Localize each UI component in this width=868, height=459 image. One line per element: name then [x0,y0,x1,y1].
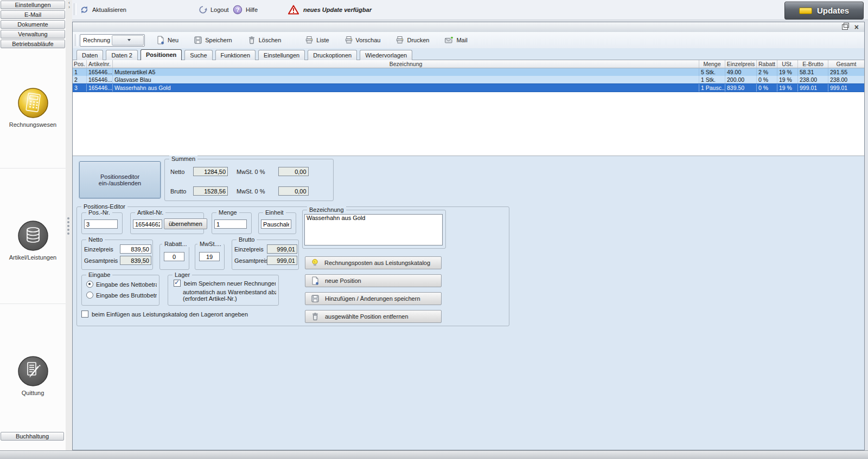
tab-wiedervorlagen[interactable]: Wiedervorlagen [360,50,412,60]
mail-button[interactable]: Mail [441,34,471,47]
col-ust[interactable]: USt. [777,60,798,68]
toggle-position-editor-button[interactable]: Positionseditor ein-/ausblenden [79,161,161,198]
netto-einzelpreis-field[interactable] [120,244,151,254]
brutto-total-field[interactable] [193,186,228,196]
action-label: Rechnungsposten aus Leistungskatalog [324,260,430,266]
help-button[interactable]: ? Hilfe [233,3,258,16]
tab-positionen[interactable]: Positionen [141,49,182,60]
sidebar-item-einstellungen[interactable]: Einstellungen [1,1,65,9]
tab-druckoptionen[interactable]: Druckoptionen [308,50,357,60]
tab-funktionen[interactable]: Funktionen [215,50,256,60]
logout-label: Logout [210,7,229,13]
sidebar-item-buchhaltung[interactable]: Buchhaltung [1,432,64,441]
hinzufuegen-speichern-button[interactable]: Hinzufügen / Änderungen speichern [305,292,442,305]
brutto-einzelpreis-field[interactable] [267,244,297,254]
pos-nr-field[interactable] [84,219,118,229]
col-einzelpreis[interactable]: Einzelpreis [725,60,757,68]
rechnungsposten-katalog-button[interactable]: Rechnungsposten aus Leistungskatalog [305,256,442,269]
brutto-label: Brutto [170,188,189,195]
brutto-group: Brutto Einzelpreis Gesamtpreis [232,240,299,270]
list-label: Liste [316,37,329,43]
mwst0-total-field[interactable] [278,167,309,176]
pos-nr-label: Pos.-Nr. [86,209,112,216]
splitter-collapse-icons[interactable]: ‹ › [67,1,72,9]
chevron-right-icon[interactable]: › [67,5,72,9]
warning-icon [288,5,299,15]
printer-icon [344,36,353,44]
database-icon [17,219,49,252]
rabatt-group-label: Rabatt... [162,241,189,247]
mwst0b-total-field[interactable] [278,186,309,196]
uebernehmen-button[interactable]: übernehmen [164,218,207,229]
svg-text:?: ? [236,7,240,13]
artikel-nr-field[interactable] [133,219,162,229]
logout-button[interactable]: Logout [199,3,229,16]
tab-daten[interactable]: Daten [76,50,103,60]
position-entfernen-button[interactable]: ausgewählte Position entfernen [305,310,442,323]
refresh-button[interactable]: Aktualisieren [80,3,126,16]
table-row[interactable]: 1 165446... Musterartikel A5 5 Stk. 49.0… [73,68,864,76]
sidebar-item-quittung[interactable]: Quittung [0,355,66,396]
mail-icon [444,36,454,44]
updates-button[interactable]: Updates [784,2,864,20]
col-artikelnr[interactable]: Artikelnr. [87,60,113,68]
sidebar-item-email[interactable]: E-Mail [1,10,65,19]
lager-checkbox[interactable]: beim Speichern neuer Rechnungen Arti [174,280,276,287]
delete-button[interactable]: Löschen [244,34,285,47]
printer-icon [305,36,314,44]
sidebar-item-dokumente[interactable]: Dokumente [1,20,65,29]
rabatt-field[interactable] [164,252,184,261]
artikel-nr-group: Artikel-Nr. übernehmen [130,212,204,234]
netto-total-field[interactable] [193,167,228,176]
window-titlebar: × [73,22,864,33]
document-type-select[interactable]: Rechnung [80,34,145,47]
brutto-gesamtpreis-field[interactable] [267,256,297,265]
sidebar-splitter[interactable]: ‹ › [66,0,72,450]
sidebar-item-rechnungswesen[interactable]: Rechnungswesen [0,87,66,128]
mwst-field[interactable] [199,252,220,261]
col-pos[interactable]: Pos. [73,60,87,68]
new-button[interactable]: Neu [152,34,182,47]
brutto-group-label: Brutto [237,236,257,243]
left-sidebar: Einstellungen E-Mail Dokumente Verwaltun… [0,0,66,450]
col-menge[interactable]: Menge [699,60,725,68]
tab-daten-2[interactable]: Daten 2 [106,50,138,60]
list-button[interactable]: Liste [301,34,333,47]
sidebar-item-verwaltung[interactable]: Verwaltung [1,30,65,38]
col-bezeichnung[interactable]: Bezeichnung [113,60,699,68]
einheit-field[interactable] [261,219,291,229]
update-notice-label: neues Update verfügbar [303,7,372,13]
sidebar-divider [0,168,66,169]
sidebar-item-artikel-leistungen[interactable]: Artikel/Leistungen [0,219,66,261]
radio-netto-option[interactable]: Eingabe des Nettobetrags [86,281,157,288]
chevron-down-icon [112,35,144,46]
menge-field[interactable] [214,219,247,229]
table-row-selected[interactable]: 3 165446... Wasserhahn aus Gold 1 Pausc.… [73,83,864,92]
col-rabatt[interactable]: Rabatt [757,60,777,68]
help-label: Hilfe [246,7,258,13]
col-gesamt[interactable]: Gesamt [828,60,864,68]
preview-button[interactable]: Vorschau [341,34,385,47]
save-button[interactable]: Speichern [190,34,236,47]
radio-brutto-option[interactable]: Eingabe des Bruttobetrag [86,292,157,299]
bezeichnung-field[interactable]: Wasserhahn aus Gold [304,214,443,245]
delete-label: Löschen [259,37,282,43]
print-button[interactable]: Drucken [392,34,433,47]
restore-window-icon[interactable] [842,24,848,30]
lager-group-label: Lager [173,271,192,278]
update-notice: neues Update verfügbar [288,3,372,16]
neue-position-button[interactable]: neue Position [305,274,442,287]
updates-badge-icon [799,8,812,14]
bezeichnung-group: Bezeichnung Wasserhahn aus Gold [302,210,446,249]
splitter-grip[interactable] [67,216,69,236]
tab-suche[interactable]: Suche [184,50,212,60]
sidebar-item-betriebsablaeufe[interactable]: Betriebsabläufe [1,40,65,48]
bottom-frame [0,450,868,459]
table-row[interactable]: 2 165446... Glasvase Blau 1 Stk. 200.00 … [73,76,864,83]
close-window-icon[interactable]: × [854,23,859,31]
col-ebrutto[interactable]: E-Brutto [798,60,828,68]
netto-gesamtpreis-field[interactable] [120,256,151,265]
tab-einstellungen[interactable]: Einstellungen [258,50,305,60]
einzelpreis-label: Einzelpreis [84,246,116,253]
lagerort-checkbox[interactable]: beim Einfügen aus Leistungskatalog den L… [81,311,248,318]
